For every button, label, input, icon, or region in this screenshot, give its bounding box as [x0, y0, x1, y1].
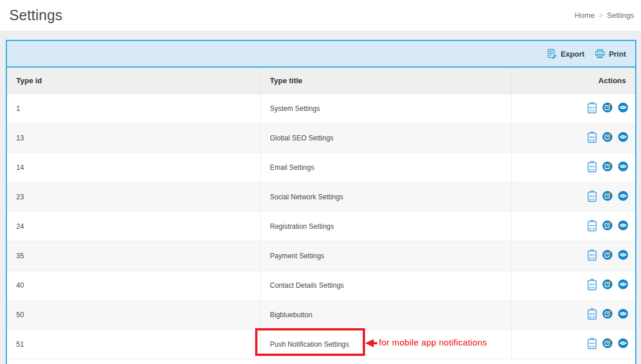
clipboard-icon: [587, 337, 597, 351]
edit-icon: [602, 220, 613, 232]
breadcrumb-home[interactable]: Home: [574, 11, 595, 20]
table-header-row: Type id Type title Actions: [7, 68, 635, 94]
view-button[interactable]: [618, 279, 628, 291]
type-title-cell: System Settings: [260, 94, 511, 123]
edit-icon: [602, 279, 613, 291]
export-button[interactable]: Export: [547, 49, 584, 59]
type-title-cell: Email Settings: [260, 153, 511, 182]
details-button[interactable]: [587, 308, 597, 322]
row-actions: [512, 308, 629, 322]
view-button[interactable]: [618, 338, 628, 350]
edit-icon: [602, 309, 613, 321]
row-actions: [512, 190, 629, 204]
clipboard-icon: [587, 278, 597, 292]
edit-icon: [602, 191, 613, 203]
page-title: Settings: [9, 7, 62, 24]
edit-button[interactable]: [602, 309, 613, 321]
eye-icon: [618, 161, 628, 173]
details-button[interactable]: [587, 249, 597, 263]
breadcrumb-separator: >: [599, 12, 603, 20]
table-row: 13 Global SEO Settings: [7, 123, 635, 153]
eye-icon: [618, 102, 628, 114]
row-actions: [512, 220, 629, 233]
breadcrumb-current: Settings: [607, 11, 634, 20]
edit-icon: [602, 161, 613, 173]
edit-button[interactable]: [602, 191, 613, 203]
eye-icon: [618, 191, 628, 203]
export-icon: [547, 49, 557, 59]
edit-button[interactable]: [602, 338, 613, 350]
table-row: 1 System Settings: [7, 94, 635, 123]
type-title-cell: Bigbluebutton: [260, 300, 511, 329]
table-row: 40 Contact Details Settings: [7, 270, 635, 300]
eye-icon: [618, 309, 628, 321]
type-id-cell: 23: [7, 182, 260, 211]
clipboard-icon: [587, 161, 597, 174]
details-button[interactable]: [587, 131, 597, 145]
view-button[interactable]: [618, 191, 628, 203]
settings-panel: Export Print Type id Type title Actions: [6, 40, 636, 364]
view-button[interactable]: [618, 161, 628, 173]
edit-icon: [602, 132, 613, 144]
type-id-cell: 35: [7, 241, 260, 270]
annotation-highlight-box: [255, 328, 365, 356]
details-button[interactable]: [587, 337, 597, 351]
breadcrumb: Home > Settings: [574, 11, 634, 20]
export-label: Export: [561, 50, 584, 58]
edit-button[interactable]: [602, 220, 613, 232]
row-actions: [512, 131, 629, 145]
table-row: 14 Email Settings: [7, 153, 635, 182]
type-title-cell: Global SEO Settings: [260, 123, 511, 153]
row-actions: [512, 249, 629, 263]
edit-button[interactable]: [602, 132, 613, 144]
row-actions: [512, 102, 629, 116]
details-button[interactable]: [587, 161, 597, 174]
eye-icon: [618, 250, 628, 262]
eye-icon: [618, 220, 628, 232]
clipboard-icon: [587, 220, 597, 233]
type-title-cell: Social Network Settings: [260, 182, 511, 211]
type-id-cell: 24: [7, 211, 260, 241]
view-button[interactable]: [618, 132, 628, 144]
type-id-cell: 51: [7, 329, 260, 359]
type-title-cell: Contact Details Settings: [260, 270, 511, 300]
edit-icon: [602, 250, 613, 262]
row-actions: [512, 278, 629, 292]
print-button[interactable]: Print: [595, 49, 626, 59]
details-button[interactable]: [587, 278, 597, 292]
annotation-text: for mobile app notifications: [379, 337, 487, 347]
type-title-cell: Registration Settings: [260, 211, 511, 241]
settings-table: Type id Type title Actions 1 System Sett…: [7, 68, 635, 359]
details-button[interactable]: [587, 220, 597, 233]
type-id-cell: 13: [7, 123, 260, 153]
edit-button[interactable]: [602, 250, 613, 262]
row-actions: [512, 161, 629, 174]
type-id-cell: 14: [7, 153, 260, 182]
page-header: Settings Home > Settings: [0, 0, 641, 31]
view-button[interactable]: [618, 102, 628, 114]
view-button[interactable]: [618, 309, 628, 321]
edit-button[interactable]: [602, 161, 613, 173]
column-header-actions: Actions: [511, 68, 635, 94]
table-toolbar: Export Print: [7, 40, 635, 68]
clipboard-icon: [587, 102, 597, 116]
column-header-type-id: Type id: [7, 68, 260, 94]
edit-icon: [602, 338, 613, 350]
details-button[interactable]: [587, 190, 597, 204]
type-id-cell: 1: [7, 94, 260, 123]
details-button[interactable]: [587, 102, 597, 116]
table-row: 23 Social Network Settings: [7, 182, 635, 211]
clipboard-icon: [587, 131, 597, 145]
eye-icon: [618, 338, 628, 350]
print-icon: [595, 49, 605, 59]
table-row: 35 Payment Settings: [7, 241, 635, 270]
edit-button[interactable]: [602, 102, 613, 114]
table-body: 1 System Settings: [7, 94, 635, 359]
view-button[interactable]: [618, 220, 628, 232]
row-actions: [512, 337, 629, 351]
view-button[interactable]: [618, 250, 628, 262]
edit-button[interactable]: [602, 279, 613, 291]
table-row: 24 Registration Settings: [7, 211, 635, 241]
clipboard-icon: [587, 308, 597, 322]
eye-icon: [618, 132, 628, 144]
